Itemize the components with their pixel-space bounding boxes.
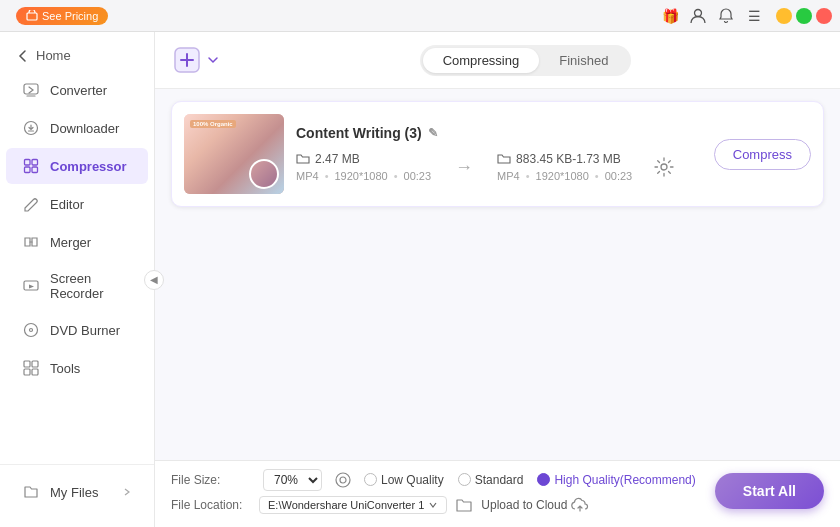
sidebar-label-dvd-burner: DVD Burner (50, 323, 120, 338)
user-icon[interactable] (688, 6, 708, 26)
input-size-block: 2.47 MB MP4 • 1920*1080 • 00:23 (296, 152, 431, 182)
output-resolution: 1920*1080 (536, 170, 589, 182)
gift-icon[interactable]: 🎁 (660, 6, 680, 26)
quality-standard[interactable]: Standard (458, 473, 524, 487)
svg-rect-4 (25, 160, 31, 166)
start-all-button[interactable]: Start All (715, 473, 824, 509)
compressor-icon (22, 157, 40, 175)
sidebar-item-downloader[interactable]: Downloader (6, 110, 148, 146)
settings-small-icon (334, 471, 352, 489)
back-icon (16, 49, 30, 63)
input-format: MP4 (296, 170, 319, 182)
input-meta: MP4 • 1920*1080 • 00:23 (296, 170, 431, 182)
start-btn-wrap: Start All (715, 473, 824, 509)
quality-standard-label: Standard (475, 473, 524, 487)
svg-rect-13 (24, 369, 30, 375)
svg-rect-11 (24, 361, 30, 367)
quality-icon-btn[interactable] (334, 471, 352, 489)
sidebar-label-downloader: Downloader (50, 121, 119, 136)
tools-icon (22, 359, 40, 377)
add-file-button[interactable] (171, 44, 219, 76)
back-home[interactable]: Home (0, 40, 154, 71)
cloud-icon (571, 496, 589, 514)
arrow-block: → (447, 157, 481, 178)
bell-icon[interactable] (716, 6, 736, 26)
my-files-arrow-icon (122, 487, 132, 497)
radio-high (537, 473, 550, 486)
sidebar-label-converter: Converter (50, 83, 107, 98)
output-settings-icon[interactable] (648, 151, 680, 183)
output-size-row: 883.45 KB-1.73 MB (497, 152, 632, 166)
svg-point-16 (661, 164, 667, 170)
menu-icon[interactable]: ☰ (744, 6, 764, 26)
dvd-burner-icon (22, 321, 40, 339)
upload-label: Upload to Cloud (481, 498, 567, 512)
svg-rect-7 (32, 167, 38, 173)
svg-rect-0 (27, 13, 37, 20)
window-controls (776, 8, 832, 24)
sidebar-label-editor: Editor (50, 197, 84, 212)
sidebar-item-tools[interactable]: Tools (6, 350, 148, 386)
quality-low[interactable]: Low Quality (364, 473, 444, 487)
sidebar-label-my-files: My Files (50, 485, 98, 500)
merger-icon (22, 233, 40, 251)
titlebar-promo: See Pricing (16, 7, 108, 25)
promo-label: See Pricing (42, 10, 98, 22)
sidebar-item-screen-recorder[interactable]: Screen Recorder (6, 262, 148, 310)
svg-point-10 (30, 329, 33, 332)
radio-low (364, 473, 377, 486)
content-header: Compressing Finished (155, 32, 840, 89)
close-button[interactable] (816, 8, 832, 24)
tab-finished[interactable]: Finished (539, 48, 628, 73)
main-content: 100% Organic Content Writing (3) ✎ (155, 89, 840, 460)
file-card: 100% Organic Content Writing (3) ✎ (171, 101, 824, 207)
file-name: Content Writing (3) ✎ (296, 125, 702, 141)
svg-rect-12 (32, 361, 38, 367)
screen-recorder-icon (22, 277, 40, 295)
svg-point-18 (336, 473, 350, 487)
sidebar-item-editor[interactable]: Editor (6, 186, 148, 222)
file-location-path[interactable]: E:\Wondershare UniConverter 1 (259, 496, 447, 514)
sidebar-bottom: My Files (0, 464, 154, 519)
file-size-select[interactable]: 70% 50% 30% 90% (263, 469, 322, 491)
titlebar: See Pricing 🎁 ☰ (0, 0, 840, 32)
location-dropdown-icon (428, 500, 438, 510)
sidebar-label-merger: Merger (50, 235, 91, 250)
upload-to-cloud-button[interactable]: Upload to Cloud (481, 496, 589, 514)
svg-point-1 (695, 9, 702, 16)
back-label: Home (36, 48, 71, 63)
sidebar-collapse-button[interactable]: ◀ (144, 270, 164, 290)
svg-rect-6 (25, 167, 31, 173)
sidebar-item-my-files[interactable]: My Files (6, 474, 148, 510)
minimize-button[interactable] (776, 8, 792, 24)
maximize-button[interactable] (796, 8, 812, 24)
quality-high[interactable]: High Quality(Recommend) (537, 473, 695, 487)
browse-folder-button[interactable] (455, 496, 473, 514)
downloader-icon (22, 119, 40, 137)
see-pricing-button[interactable]: See Pricing (16, 7, 108, 25)
sidebar-item-converter[interactable]: Converter (6, 72, 148, 108)
edit-name-icon[interactable]: ✎ (428, 126, 438, 140)
input-size: 2.47 MB (315, 152, 360, 166)
sidebar-label-compressor: Compressor (50, 159, 127, 174)
quality-low-label: Low Quality (381, 473, 444, 487)
converter-icon (22, 81, 40, 99)
titlebar-icons: 🎁 ☰ (660, 6, 764, 26)
sidebar-label-tools: Tools (50, 361, 80, 376)
sidebar-item-compressor[interactable]: Compressor (6, 148, 148, 184)
compress-button[interactable]: Compress (714, 139, 811, 170)
sidebar-item-merger[interactable]: Merger (6, 224, 148, 260)
input-duration: 00:23 (404, 170, 432, 182)
my-files-icon (22, 483, 40, 501)
svg-point-17 (340, 477, 346, 483)
thumbnail-badge: 100% Organic (190, 120, 236, 128)
app-body: Home Converter Downloader Compressor Edi (0, 32, 840, 527)
tab-compressing[interactable]: Compressing (423, 48, 540, 73)
content-area: Compressing Finished 100% Organic (155, 32, 840, 527)
sidebar-item-dvd-burner[interactable]: DVD Burner (6, 312, 148, 348)
thumbnail-image: 100% Organic (184, 114, 284, 194)
file-info: Content Writing (3) ✎ 2.47 MB MP4 (296, 125, 702, 183)
output-size: 883.45 KB-1.73 MB (516, 152, 621, 166)
output-size-block: 883.45 KB-1.73 MB MP4 • 1920*1080 • 00:2… (497, 152, 632, 182)
sidebar: Home Converter Downloader Compressor Edi (0, 32, 155, 527)
